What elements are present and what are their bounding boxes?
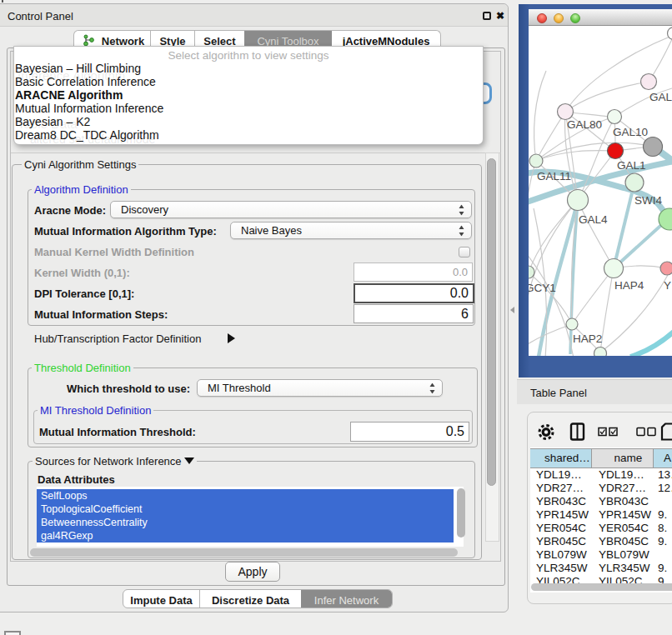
svg-text:GAL10: GAL10 bbox=[613, 126, 648, 138]
svg-text:HAP4: HAP4 bbox=[614, 279, 644, 292]
svg-text:GAL4: GAL4 bbox=[579, 213, 608, 226]
svg-text:SWI4: SWI4 bbox=[634, 194, 662, 207]
svg-text:GAL80: GAL80 bbox=[567, 118, 602, 131]
svg-text:HAP2: HAP2 bbox=[573, 332, 602, 345]
svg-text:GAL1: GAL1 bbox=[617, 159, 646, 172]
svg-text:GCY1: GCY1 bbox=[529, 282, 556, 294]
svg-text:GAL11: GAL11 bbox=[537, 170, 571, 182]
svg-text:GAL7: GAL7 bbox=[649, 91, 672, 103]
svg-text:Y: Y bbox=[664, 279, 671, 292]
